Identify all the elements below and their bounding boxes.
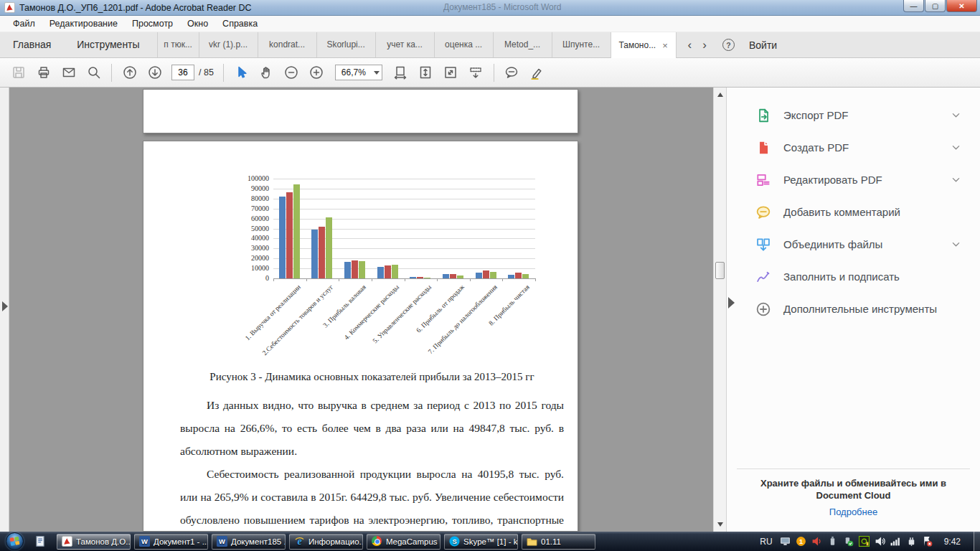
chevron-down-icon <box>951 110 961 121</box>
tab-active-document[interactable]: Тамоно... × <box>611 32 677 58</box>
bar-2014-cat7 <box>483 270 489 278</box>
comment-button[interactable] <box>499 62 524 84</box>
tool-item-more-tools[interactable]: Дополнительные инструменты <box>727 293 980 325</box>
page-down-button[interactable] <box>142 62 167 84</box>
restore-button[interactable]: ▢ <box>925 0 946 12</box>
page-down-icon <box>148 65 162 80</box>
doc-tab-7[interactable]: Шпунте... <box>552 32 611 57</box>
taskbar-button-0[interactable]: Тамонов Д.О.... <box>57 534 131 550</box>
doc-tab-3[interactable]: Skorlupi... <box>316 32 375 57</box>
background-window-title: Документ185 - Microsoft Word <box>443 2 561 12</box>
search-icon <box>87 65 101 80</box>
prev-tab-icon[interactable]: ‹ <box>688 38 692 52</box>
doc-tab-4[interactable]: учет ка... <box>375 32 434 57</box>
add-comment-icon <box>755 204 771 220</box>
save-button[interactable] <box>6 62 31 84</box>
taskbar-button-3[interactable]: e Информацио... <box>289 534 363 550</box>
menu-справка[interactable]: Справка <box>215 17 265 30</box>
doc-tab-2[interactable]: kondrat... <box>258 32 316 57</box>
taskbar-button-4[interactable]: MegaCampus ... <box>367 534 440 550</box>
help-icon[interactable]: ? <box>722 39 735 51</box>
taskbar-button-label: MegaCampus ... <box>386 537 440 546</box>
doc-tab-5[interactable]: оценка ... <box>434 32 493 57</box>
hide-toolbar-button[interactable] <box>463 62 489 84</box>
taskbar-button-1[interactable]: W Документ1 - ... <box>134 534 208 550</box>
network-signal-icon[interactable] <box>890 536 901 547</box>
tab-close-icon[interactable]: × <box>662 40 668 51</box>
bar-2014-cat4 <box>385 265 391 278</box>
select-button[interactable] <box>229 62 254 84</box>
zoom-level-select[interactable]: 66,7% <box>335 65 382 80</box>
power-plug-icon[interactable] <box>906 536 917 547</box>
bar-2014-cat5 <box>417 277 423 279</box>
help-glyph: ? <box>726 41 730 50</box>
print-button[interactable] <box>31 62 56 84</box>
speaker-icon[interactable] <box>875 536 885 547</box>
tool-item-create-pdf[interactable]: Создать PDF <box>727 131 980 164</box>
taskbar-button-6[interactable]: 01.11 <box>522 534 595 550</box>
tools-list: Экспорт PDF Создать PDF Редактировать PD… <box>727 99 980 325</box>
bar-2015-cat8 <box>522 274 529 279</box>
show-desktop-button[interactable] <box>974 532 980 551</box>
y-axis-tick: 40000 <box>235 234 269 242</box>
menu-файл[interactable]: Файл <box>6 17 42 30</box>
menu-окно[interactable]: Окно <box>180 17 215 30</box>
select-icon <box>234 65 248 80</box>
chrome-icon <box>372 536 382 547</box>
tool-item-add-comment[interactable]: Добавить комментарий <box>727 196 980 228</box>
highlight-button[interactable] <box>524 62 550 84</box>
search-button[interactable] <box>81 62 106 84</box>
fit-width-button[interactable] <box>388 62 413 84</box>
menu-редактирование[interactable]: Редактирование <box>42 17 125 30</box>
doc-tab-0[interactable]: п тюк... <box>157 32 199 57</box>
fit-width-icon <box>393 65 407 80</box>
doc-tab-1[interactable]: vkr (1).p... <box>199 32 258 57</box>
menu-просмотр[interactable]: Просмотр <box>125 17 180 30</box>
nvidia-icon[interactable] <box>859 536 870 547</box>
gridline <box>273 209 535 209</box>
start-button[interactable] <box>6 532 24 550</box>
ie-icon: e <box>294 536 305 547</box>
paragraph-1: Из данных видно, что выручка в среднем з… <box>180 394 564 463</box>
nav-pane-toggle-icon[interactable] <box>2 301 8 311</box>
chevron-down-icon <box>951 142 961 153</box>
usb-icon[interactable] <box>827 536 838 547</box>
scroll-down-icon[interactable] <box>714 519 726 530</box>
x-axis-tick <box>372 278 372 281</box>
close-button[interactable]: ✕ <box>946 0 977 12</box>
zoom-out-button[interactable] <box>279 62 304 84</box>
y-axis-tick: 0 <box>235 274 269 282</box>
sign-in-button[interactable]: Войти <box>749 39 794 51</box>
bar-2013-cat2 <box>311 230 318 278</box>
minimize-button[interactable]: — <box>903 0 924 12</box>
hand-button[interactable] <box>254 62 279 84</box>
actual-size-button[interactable] <box>438 62 463 84</box>
volume-alert-icon[interactable] <box>811 536 822 547</box>
email-button[interactable] <box>56 62 81 84</box>
usb-ready-icon[interactable] <box>843 536 854 547</box>
scroll-up-icon[interactable] <box>714 89 726 100</box>
scrollbar-thumb[interactable] <box>715 262 725 279</box>
svg-text:W: W <box>219 538 225 545</box>
tool-item-combine-files[interactable]: Объединить файлы <box>727 228 980 260</box>
next-tab-icon[interactable]: › <box>702 38 707 52</box>
tool-item-edit-pdf[interactable]: Редактировать PDF <box>727 164 980 196</box>
updates-icon[interactable]: 1 <box>796 536 806 547</box>
pinned-document-icon[interactable] <box>34 535 47 548</box>
promo-more-link[interactable]: Подробнее <box>829 507 877 517</box>
monitor-icon[interactable] <box>780 536 791 547</box>
zoom-in-button[interactable] <box>304 62 329 84</box>
tool-item-export-pdf[interactable]: Экспорт PDF <box>727 99 980 131</box>
taskbar-button-2[interactable]: W Документ185 ... <box>212 534 286 550</box>
language-indicator[interactable]: RU <box>760 537 772 547</box>
fit-page-button[interactable] <box>413 62 438 84</box>
app-tab-1[interactable]: Инструменты <box>64 32 152 57</box>
vertical-scrollbar[interactable] <box>713 88 726 532</box>
action-center-flag-icon[interactable] <box>922 536 933 547</box>
app-tab-0[interactable]: Главная <box>0 32 64 57</box>
page-up-button[interactable] <box>117 62 142 84</box>
doc-tab-6[interactable]: Metod_... <box>493 32 552 57</box>
page-number-input[interactable] <box>171 65 194 80</box>
taskbar-button-5[interactable]: S Skype™ [1] - k... <box>444 534 518 550</box>
tool-item-fill-sign[interactable]: Заполнить и подписать <box>727 260 980 293</box>
